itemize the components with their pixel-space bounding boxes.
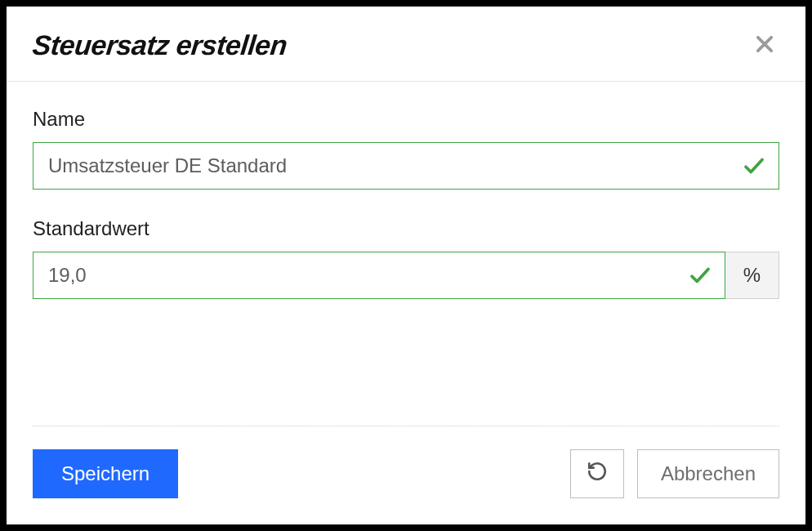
- default-value-field-group: Standardwert %: [33, 217, 779, 299]
- save-button[interactable]: Speichern: [33, 449, 178, 498]
- cancel-button[interactable]: Abbrechen: [637, 449, 779, 498]
- modal-header: Steuersatz erstellen: [7, 7, 805, 82]
- percent-addon: %: [725, 252, 779, 299]
- undo-icon: [587, 461, 608, 487]
- name-label: Name: [33, 108, 779, 131]
- default-value-label: Standardwert: [33, 217, 779, 240]
- modal-footer: Speichern Abbrechen: [33, 426, 779, 524]
- modal-title: Steuersatz erstellen: [31, 29, 288, 61]
- create-tax-rate-modal: Steuersatz erstellen Name: [7, 7, 805, 524]
- name-input[interactable]: [33, 142, 779, 190]
- modal-body: Name Standardwert: [7, 82, 805, 421]
- close-button[interactable]: [750, 29, 779, 61]
- name-field-group: Name: [33, 108, 779, 190]
- default-value-input[interactable]: [33, 252, 725, 299]
- footer-spacer: [191, 449, 557, 498]
- close-icon: [753, 33, 776, 58]
- reset-button[interactable]: [570, 449, 624, 498]
